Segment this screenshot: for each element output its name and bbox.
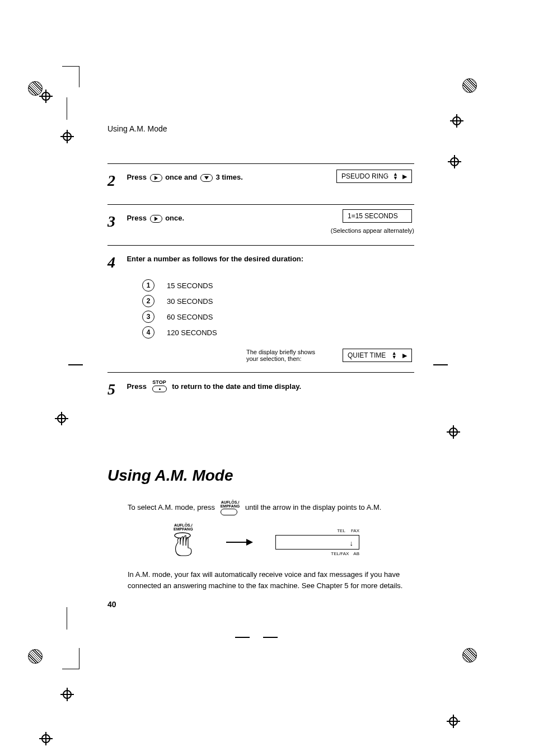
paragraph: In A.M. mode, your fax will automaticall… — [128, 569, 414, 591]
page-number: 40 — [107, 600, 116, 609]
step-number: 5 — [107, 381, 124, 398]
lcd-text: 1=15 SECONDS — [348, 212, 398, 220]
down-arrow-key-icon — [200, 174, 213, 182]
crop-mark — [235, 637, 250, 638]
crosshair-icon — [447, 425, 460, 439]
option-list: 1 15 SECONDS 2 30 SECONDS 3 60 SECONDS 4… — [142, 279, 414, 339]
option-label: 120 SECONDS — [167, 328, 217, 337]
registration-ball-icon — [462, 78, 477, 93]
hand-press-icon: AUFLÖS./ EMPFANG — [169, 525, 203, 559]
lcd-text: QUIET TIME — [348, 351, 386, 359]
crop-mark — [62, 669, 79, 669]
crosshair-icon — [447, 715, 460, 728]
lcd-display: QUIET TIME ▲▼ ▶ — [343, 349, 412, 362]
text: Press — [127, 382, 148, 391]
option-label: 15 SECONDS — [167, 281, 213, 290]
keypad-key-icon: 1 — [142, 279, 154, 292]
text: once and — [165, 173, 199, 181]
option-row: 4 120 SECONDS — [142, 326, 414, 339]
up-down-icon: ▲▼ — [393, 172, 398, 180]
crop-mark — [263, 637, 278, 638]
key-label: AUFLÖS./ EMPFANG — [221, 500, 240, 508]
display-panel: TEL FAX ↓ TEL/FAX AB — [275, 535, 359, 550]
play-icon: ▶ — [402, 173, 407, 180]
step-text: Press STOP to return to the date and tim… — [127, 381, 301, 393]
step-text: Press once and 3 times. — [127, 173, 242, 182]
crosshair-icon — [39, 90, 53, 103]
text: Press — [127, 214, 148, 222]
step-2: 2 Press once and 3 times. PSEUDO RING ▲▼… — [107, 163, 414, 204]
lcd-display: PSEUDO RING ▲▼ ▶ — [336, 170, 412, 183]
right-arrow-key-icon — [150, 174, 162, 182]
lcd-display: 1=15 SECONDS — [343, 209, 412, 223]
option-label: 60 SECONDS — [167, 313, 213, 321]
step-5: 5 Press STOP to return to the date and t… — [107, 372, 414, 413]
crop-mark — [79, 648, 79, 669]
option-row: 2 30 SECONDS — [142, 295, 414, 307]
step-4: 4 Enter a number as follows for the desi… — [107, 245, 414, 372]
crop-mark — [67, 607, 67, 630]
stop-label: STOP — [152, 379, 166, 385]
text: Press — [127, 173, 148, 181]
keypad-key-icon: 4 — [142, 326, 154, 339]
play-icon: ▶ — [402, 352, 407, 359]
section-title: Using A.M. Mode — [107, 467, 414, 485]
mode-select-diagram: AUFLÖS./ EMPFANG TEL FAX ↓ TEL/FAX AB — [169, 525, 414, 559]
resolution-reception-key-icon: AUFLÖS./ EMPFANG — [221, 500, 240, 515]
display-box: ↓ — [275, 535, 359, 550]
label: FAX — [351, 528, 359, 533]
up-down-icon: ▲▼ — [392, 351, 397, 359]
registration-ball-icon — [28, 649, 43, 664]
text: once. — [165, 214, 184, 222]
registration-ball-icon — [462, 648, 477, 663]
crosshair-icon — [55, 412, 68, 425]
step-3: 3 Press once. 1=15 SECONDS (Selections a… — [107, 204, 414, 245]
key-label: AUFLÖS./ EMPFANG — [174, 523, 193, 531]
arrow-right-icon — [226, 542, 252, 543]
display-bottom-labels: TEL/FAX AB — [275, 551, 359, 556]
crop-mark — [433, 364, 448, 365]
crosshair-icon — [448, 155, 461, 168]
crop-mark — [67, 97, 67, 120]
running-head: Using A.M. Mode — [107, 124, 414, 133]
display-top-labels: TEL FAX — [275, 528, 359, 533]
keypad-key-icon: 3 — [142, 311, 154, 323]
crop-mark — [79, 66, 79, 87]
label: TEL — [337, 528, 345, 533]
step-number: 2 — [107, 172, 124, 190]
label: AB — [353, 551, 359, 556]
right-arrow-key-icon — [150, 215, 162, 223]
crosshair-icon — [39, 732, 53, 745]
text: to return to the date and time display. — [172, 382, 301, 391]
text: To select A.M. mode, press — [128, 503, 217, 511]
text: 3 times. — [216, 173, 242, 181]
crop-mark — [62, 66, 79, 67]
text: until the arrow in the display points to… — [245, 503, 382, 511]
step-text: Enter a number as follows for the desire… — [127, 255, 303, 263]
step-text: Press once. — [127, 214, 184, 223]
option-row: 3 60 SECONDS — [142, 311, 414, 323]
option-label: 30 SECONDS — [167, 297, 213, 306]
step-number: 4 — [107, 253, 124, 271]
keypad-key-icon: 2 — [142, 295, 154, 307]
down-arrow-icon: ↓ — [350, 539, 354, 547]
crosshair-icon — [60, 130, 74, 143]
crosshair-icon — [450, 114, 463, 128]
step-number: 3 — [107, 213, 124, 231]
lcd-text: PSEUDO RING — [341, 172, 388, 180]
option-row: 1 15 SECONDS — [142, 279, 414, 292]
brief-note: The display briefly shows your selection… — [246, 349, 319, 362]
crosshair-icon — [60, 688, 74, 701]
note-text: (Selections appear alternately) — [331, 227, 414, 234]
crop-mark — [68, 364, 83, 365]
paragraph: To select A.M. mode, press AUFLÖS./ EMPF… — [128, 500, 414, 515]
stop-key-icon: STOP — [152, 379, 167, 392]
label: TEL/FAX — [331, 551, 349, 556]
